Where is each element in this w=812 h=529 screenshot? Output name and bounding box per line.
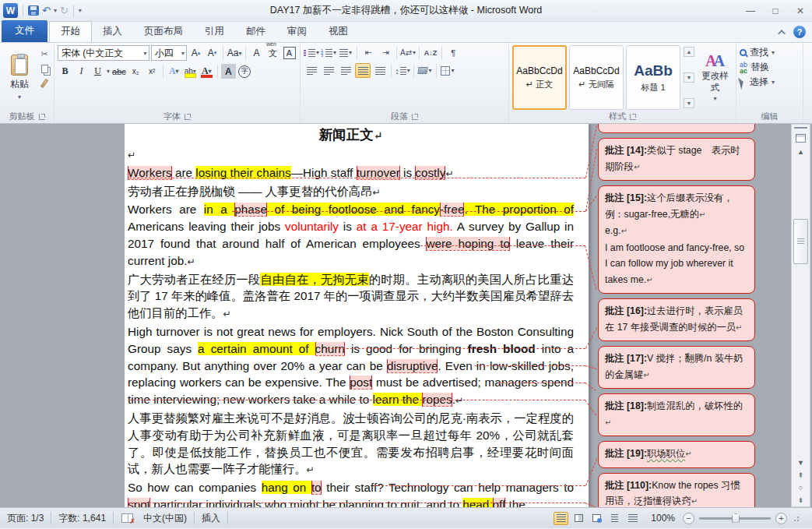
clear-formatting-button[interactable]: A	[249, 46, 264, 61]
numbering-button[interactable]: 123▾	[321, 45, 336, 60]
minimize-button[interactable]: —	[743, 5, 758, 16]
tab-邮件[interactable]: 邮件	[235, 22, 276, 42]
comment-box[interactable]	[598, 124, 755, 133]
doc-paragraph[interactable]: 新闻正文↵	[128, 125, 574, 146]
find-button[interactable]: 查找▾	[740, 45, 800, 60]
doc-paragraph[interactable]: ↵	[128, 146, 574, 164]
distribute-button[interactable]	[372, 63, 388, 78]
print-layout-view-button[interactable]	[554, 512, 568, 525]
align-left-button[interactable]	[304, 63, 319, 78]
tab-开始[interactable]: 开始	[49, 21, 92, 42]
increase-indent-button[interactable]: ⇥	[378, 45, 393, 60]
tab-审阅[interactable]: 审阅	[276, 22, 318, 42]
character-border-button[interactable]: A	[282, 46, 297, 61]
styles-scroll-up-icon[interactable]: ▲	[684, 47, 694, 57]
font-color-button[interactable]: A▾	[199, 64, 214, 79]
scroll-up-icon[interactable]: ▲	[792, 145, 810, 158]
save-icon[interactable]	[28, 5, 39, 16]
bullets-button[interactable]: ▾	[304, 45, 319, 60]
tab-页面布局[interactable]: 页面布局	[133, 22, 194, 42]
vertical-scrollbar[interactable]: ▲ ▼ ⇞ ○ ⇟	[791, 124, 810, 507]
previous-page-icon[interactable]: ⇞	[792, 469, 810, 481]
comment-box[interactable]: 批注 [17]:V 搅拌；翻腾/n 装牛奶的金属罐↵	[598, 346, 755, 389]
tab-文件[interactable]: 文件	[2, 20, 47, 42]
style-card[interactable]: AaBbCcDd↵ 无间隔	[569, 45, 624, 110]
draft-view-button[interactable]	[625, 512, 640, 525]
doc-paragraph[interactable]: Workers are losing their chains—High sta…	[128, 164, 574, 183]
italic-button[interactable]: I	[74, 64, 89, 79]
zoom-slider-thumb[interactable]	[732, 513, 740, 523]
document-page[interactable]: 新闻正文↵↵Workers are losing their chains—Hi…	[125, 124, 589, 507]
browse-object-icon[interactable]: ○	[792, 481, 810, 494]
text-highlight-button[interactable]: ab▾	[183, 64, 198, 79]
justify-button[interactable]	[355, 63, 371, 78]
zoom-in-button[interactable]: +	[775, 513, 787, 524]
bold-button[interactable]: B	[58, 64, 72, 79]
zoom-out-button[interactable]: −	[683, 513, 694, 524]
resize-grip[interactable]	[793, 514, 801, 522]
change-styles-button[interactable]: AA 更改样式 ▾	[698, 45, 733, 110]
collapse-ribbon-icon[interactable]	[778, 29, 786, 37]
view-ruler-button[interactable]	[792, 132, 810, 145]
doc-paragraph[interactable]: High turnover is not great news for empl…	[128, 323, 574, 410]
strikethrough-button[interactable]: abc	[111, 64, 127, 79]
close-button[interactable]: ✕	[793, 5, 807, 16]
redo-icon[interactable]: ↻	[60, 5, 69, 16]
sort-button[interactable]: A↓Z	[423, 45, 438, 60]
scrollbar-track[interactable]	[792, 158, 810, 457]
doc-paragraph[interactable]: 人事更替频繁对雇主来说可不是好消息。波士顿咨询公司的尼克·南表示，一定程度的人事…	[128, 410, 574, 479]
undo-dropdown-icon[interactable]: ▾	[54, 7, 57, 14]
word-count[interactable]: 字数: 1,641	[51, 508, 113, 528]
language-indicator[interactable]: 中文(中国)	[136, 508, 194, 528]
cut-icon[interactable]: ✂	[38, 48, 51, 59]
replace-button[interactable]: abac替换	[740, 60, 800, 75]
align-center-button[interactable]	[321, 63, 336, 78]
enclose-characters-button[interactable]: 字	[237, 64, 252, 79]
font-name-combo[interactable]: 宋体 (中文正文▾	[58, 45, 149, 61]
scrollbar-thumb[interactable]	[793, 219, 808, 264]
line-spacing-button[interactable]: ↕▾	[395, 63, 410, 78]
underline-dropdown-icon[interactable]: ▾	[107, 68, 110, 75]
align-right-button[interactable]	[338, 63, 353, 78]
select-button[interactable]: 选择▾	[740, 75, 800, 90]
comment-box[interactable]: 批注 [110]:Know the ropes 习惯用语，泛指懂得诀窍↵	[598, 473, 755, 508]
paste-button[interactable]: 粘贴 ▾	[3, 45, 36, 110]
page-indicator[interactable]: 页面: 1/3	[0, 508, 51, 528]
tab-引用[interactable]: 引用	[194, 22, 235, 42]
format-painter-icon[interactable]	[38, 78, 51, 89]
insert-mode-indicator[interactable]: 插入	[195, 508, 227, 528]
shrink-font-button[interactable]: A	[205, 46, 220, 61]
dialog-launcher-icon[interactable]	[412, 114, 418, 120]
copy-icon[interactable]	[38, 63, 51, 74]
tab-插入[interactable]: 插入	[92, 22, 133, 42]
tab-视图[interactable]: 视图	[318, 22, 359, 42]
help-icon[interactable]: ?	[793, 26, 806, 38]
comment-box[interactable]: 批注 [16]:过去进行时，表示雇员在 17 年接受调查的时候的一员↵	[598, 298, 755, 341]
style-card[interactable]: AaBb标题 1	[626, 45, 680, 110]
split-handle-icon[interactable]	[794, 127, 807, 130]
next-page-icon[interactable]: ⇟	[792, 494, 810, 506]
decrease-indent-button[interactable]: ⇤	[360, 45, 376, 60]
comment-box[interactable]: 批注 [18]:制造混乱的，破坏性的↵	[598, 393, 755, 436]
multilevel-list-button[interactable]: ▾	[338, 45, 353, 60]
word-logo-icon[interactable]: W	[3, 3, 18, 18]
dialog-launcher-icon[interactable]	[630, 114, 636, 120]
comment-box[interactable]: 批注 [19]:职场职位↵	[598, 441, 755, 468]
fullscreen-reading-view-button[interactable]	[571, 512, 586, 525]
comment-box[interactable]: 批注 [15]:这个后缀表示没有，例：sugar-free,无糖的↵e.g.↵I…	[598, 185, 755, 294]
outline-view-button[interactable]	[607, 512, 622, 525]
dialog-launcher-icon[interactable]	[185, 114, 191, 120]
web-layout-view-button[interactable]	[589, 512, 604, 525]
scroll-down-icon[interactable]: ▼	[792, 457, 810, 469]
text-effects-button[interactable]: A▾	[167, 64, 181, 79]
doc-paragraph[interactable]: 劳动者正在挣脱枷锁 —— 人事更替的代价高昂↵	[128, 183, 574, 202]
phonetic-guide-button[interactable]: wén文	[265, 46, 280, 61]
font-size-combo[interactable]: 小四▾	[151, 45, 187, 61]
underline-button[interactable]: U	[90, 64, 105, 79]
zoom-slider[interactable]	[699, 517, 771, 520]
customize-qat-icon[interactable]: ▾	[79, 7, 82, 14]
undo-icon[interactable]: ↶	[42, 5, 51, 16]
grow-font-button[interactable]: A	[188, 46, 203, 61]
show-marks-button[interactable]: ¶	[445, 45, 461, 60]
character-shading-button[interactable]: A	[221, 64, 236, 79]
